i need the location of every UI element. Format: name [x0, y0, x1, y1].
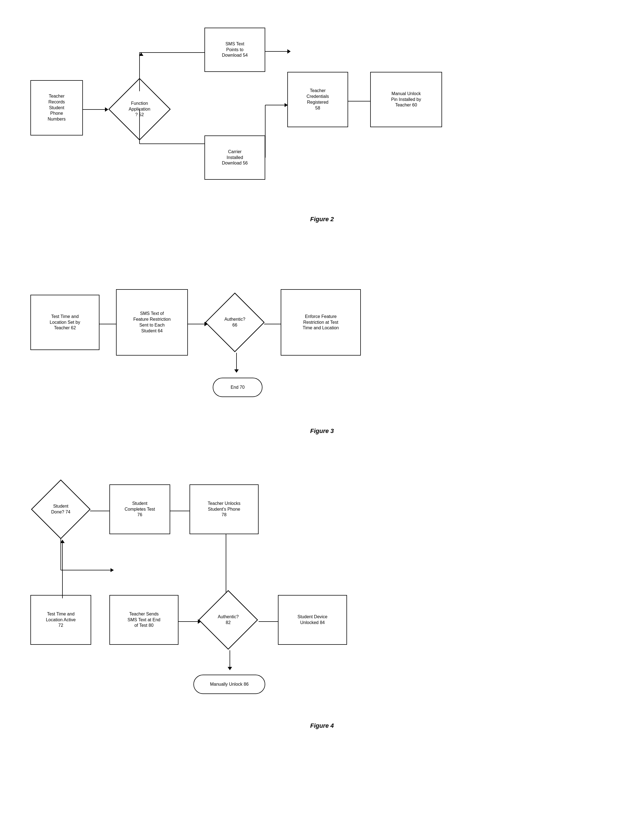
function-app-diamond: Function Application ? 52 [108, 77, 171, 141]
carrier-installed-box: Carrier Installed Download 56 [204, 135, 265, 180]
enforce-feature-box: Enforce Feature Restriction at Test Time… [281, 289, 361, 356]
arrow-diamond-up [139, 52, 143, 56]
authentic-diamond-fig3: Authentic? 66 [204, 292, 265, 353]
arrow-active-to-done [60, 540, 64, 598]
manually-unlock-oval: Manually Unlock 86 [193, 675, 265, 694]
student-completes-box: Student Completes Test 76 [109, 484, 170, 534]
figure-2-section: Teacher Records Student Phone Numbers Fu… [22, 17, 622, 223]
arrow-sms-to-credentials [265, 49, 291, 54]
figure-4-diagram: Test Time and Location Active 72 Student… [22, 462, 602, 711]
authentic-82-diamond: Authentic? 82 [198, 590, 259, 650]
manual-unlock-box: Manual Unlock Pin Installed by Teacher 6… [370, 72, 442, 127]
figure-4-caption: Figure 4 [22, 722, 622, 729]
teacher-sends-box: Teacher Sends SMS Text at End of Test 80 [109, 595, 178, 645]
teacher-unlocks-box: Teacher Unlocks Student's Phone 78 [190, 484, 259, 534]
test-time-active-box: Test Time and Location Active 72 [31, 595, 91, 645]
arrow-authentic82-down [228, 650, 232, 670]
teacher-records-box: Teacher Records Student Phone Numbers [31, 80, 83, 135]
test-time-set-box: Test Time and Location Set by Teacher 62 [31, 295, 100, 350]
figure-3-caption: Figure 3 [22, 427, 622, 435]
arrow-credentials-to-manual [348, 99, 374, 103]
student-done-diamond: Student Done? 74 [31, 479, 91, 540]
figure-3-diagram: Test Time and Location Set by Teacher 62… [22, 250, 602, 416]
figure-4-section: Test Time and Location Active 72 Student… [22, 462, 622, 729]
teacher-credentials-box: Teacher Credentials Registered 58 [287, 72, 348, 127]
arrow-authentic-down [234, 353, 239, 373]
end-oval: End 70 [213, 378, 262, 397]
arrow-teacher-to-diamond [83, 107, 108, 112]
student-device-unlocked-box: Student Device Unlocked 84 [278, 595, 347, 645]
svg-marker-14 [110, 568, 114, 572]
figure-2-caption: Figure 2 [22, 216, 622, 223]
figure-2-diagram: Teacher Records Student Phone Numbers Fu… [22, 17, 602, 204]
figure-3-section: Test Time and Location Set by Teacher 62… [22, 250, 622, 435]
sms-feature-box: SMS Text of Feature Restriction Sent to … [116, 289, 188, 356]
sms-text-points-box: SMS Text Points to Download 54 [204, 28, 265, 72]
